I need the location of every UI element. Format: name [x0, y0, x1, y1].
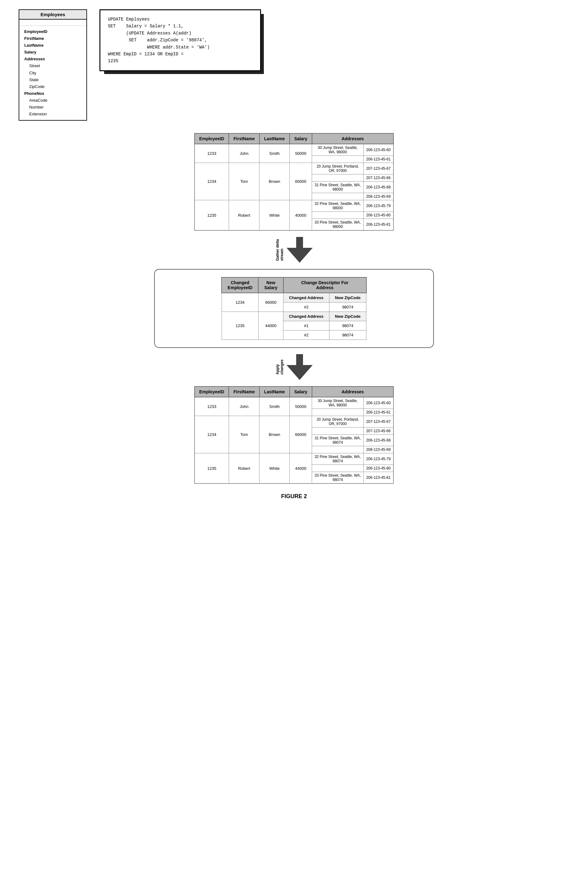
col2-lastname: LastName	[260, 386, 290, 397]
delta-row: 1235 44000 Changed Address New ZipCode	[222, 312, 366, 321]
figure-caption: FIGURE 2	[19, 493, 569, 500]
cell-salary-1233: 50000	[290, 144, 312, 163]
cell-addr1-1233: 30 Jump Street, Seattle,WA, 98000	[312, 144, 364, 156]
delta-new-zip-header-1235: New ZipCode	[329, 312, 366, 321]
cell-addr3-1234: 31 Pine Street, Seattle, WA,98000	[312, 182, 364, 193]
field-street: Street	[24, 63, 81, 69]
sql-line-7: 1235	[108, 57, 253, 65]
arrow1: Gather deltastream	[19, 237, 569, 263]
col-lastname: LastName	[260, 134, 290, 144]
sql-line-2: SET Salary = Salary * 1.1,	[108, 23, 253, 30]
delta-table: ChangedEmployeeID NewSalary Change Descr…	[221, 277, 366, 340]
cell2-phone1-1233: 206-123-45-60	[364, 397, 393, 409]
cell2-phone3-1235: 206-123-45-81	[364, 472, 393, 484]
field-city: City	[24, 70, 81, 77]
delta-zip2-1235: 98074	[329, 331, 366, 340]
cell-addr3-1235: 33 Pine Street, Seattle, WA,98000	[312, 219, 364, 231]
arrow1-head	[286, 248, 313, 263]
cell-addr1-1235: 32 Pine Street, Seattle, WA,98000	[312, 200, 364, 212]
delta-row: 1234 66000 Changed Address New ZipCode	[222, 293, 366, 302]
delta-changed-addr-header-1234: Changed Address	[284, 293, 329, 302]
col-salary: Salary	[290, 134, 312, 144]
delta-col-salary: NewSalary	[258, 277, 283, 293]
table-row: 1234 Tom Brown 66000 20 Jump Street, Por…	[195, 416, 393, 427]
col2-employeeid: EmployeeID	[195, 386, 229, 397]
field-employeeid: EmployeeID	[24, 28, 81, 35]
field-zipcode: ZipCode	[24, 83, 81, 90]
delta-salary-1234: 66000	[258, 293, 283, 312]
delta-col-id: ChangedEmployeeID	[222, 277, 258, 293]
cell-salary-1235: 40000	[290, 200, 312, 231]
cell2-addr4-1234	[312, 446, 364, 453]
cell-phone1-1235: 206-123-45-79	[364, 200, 393, 212]
cell-first-1233: John	[229, 144, 259, 163]
cell2-addr1-1233: 30 Jump Street, Seattle,WA, 98000	[312, 397, 364, 409]
delta-changed-addr-header-1235: Changed Address	[284, 312, 329, 321]
arrow1-label: Gather deltastream	[275, 239, 284, 261]
cell-first-1235: Robert	[229, 200, 259, 231]
schema-fields: EmployeeID FirstName LastName Salary Add…	[19, 26, 86, 120]
cell2-addr1-1234: 20 Jump Street, Portland,OR, 97000	[312, 416, 364, 427]
arrow2-shape	[286, 354, 313, 380]
field-lastname: LastName	[24, 42, 81, 49]
table-row: 1235 Robert White 44000 32 Pine Street, …	[195, 453, 393, 465]
cell2-addr2-1233	[312, 409, 364, 416]
cell2-phone4-1234: 208-123-45-69	[364, 446, 393, 453]
cell-phone1-1234: 207-123-45-67	[364, 163, 393, 174]
delta-outer: ChangedEmployeeID NewSalary Change Descr…	[154, 269, 434, 348]
table-row: 1233 John Smith 50000 30 Jump Street, Se…	[195, 144, 393, 156]
cell2-phone2-1233: 206-123-45-61	[364, 409, 393, 416]
col2-salary: Salary	[290, 386, 312, 397]
field-addresses: Addresses	[24, 56, 81, 63]
cell2-addr1-1235: 32 Pine Street, Seattle, WA,98074	[312, 453, 364, 465]
cell-last-1233: Smith	[260, 144, 290, 163]
cell2-id-1233: 1233	[195, 397, 229, 416]
cell-addr2-1235	[312, 212, 364, 219]
cell2-last-1233: Smith	[260, 397, 290, 416]
cell2-last-1235: White	[260, 453, 290, 484]
delta-col-change: Change Descriptor ForAddress	[284, 277, 366, 293]
delta-addr2-1235: #2	[284, 331, 329, 340]
delta-addr1-1235: #1	[284, 321, 329, 331]
cell2-salary-1234: 66000	[290, 416, 312, 453]
cell2-addr2-1235	[312, 465, 364, 472]
cell2-id-1234: 1234	[195, 416, 229, 453]
delta-salary-1235: 44000	[258, 312, 283, 340]
cell-salary-1234: 60000	[290, 163, 312, 200]
table-row: 1235 Robert White 40000 32 Pine Street, …	[195, 200, 393, 212]
field-extension: Extension	[24, 111, 81, 117]
cell2-phone2-1235: 206-123-45-80	[364, 465, 393, 472]
cell2-salary-1235: 44000	[290, 453, 312, 484]
table1-wrapper: EmployeeID FirstName LastName Salary Add…	[194, 133, 394, 231]
cell-phone2-1234: 207-123-45-66	[364, 174, 393, 182]
cell2-phone3-1234: 206-123-45-68	[364, 435, 393, 446]
field-areacode: AreaCode	[24, 97, 81, 104]
cell2-first-1234: Tom	[229, 416, 259, 453]
cell-phone3-1235: 206-123-45-81	[364, 219, 393, 231]
arrow2: Applychanges	[19, 354, 569, 380]
sql-line-1: UPDATE Employees	[108, 16, 253, 23]
delta-id-1235: 1235	[222, 312, 258, 340]
cell-first-1234: Tom	[229, 163, 259, 200]
delta-zip-1234: 98074	[329, 302, 366, 312]
cell-last-1235: White	[260, 200, 290, 231]
cell-addr2-1234	[312, 174, 364, 182]
sql-line-4: SET addr.ZipCode = '98074',	[108, 37, 253, 44]
cell2-addr2-1234	[312, 427, 364, 435]
field-phonenos: PhoneNos	[24, 90, 81, 97]
field-firstname: FirstName	[24, 35, 81, 42]
sql-box: UPDATE Employees SET Salary = Salary * 1…	[99, 9, 261, 71]
sql-line-5: WHERE addr.State = 'WA')	[108, 44, 253, 51]
cell2-id-1235: 1235	[195, 453, 229, 484]
delta-id-1234: 1234	[222, 293, 258, 312]
cell-id-1235: 1235	[195, 200, 229, 231]
cell2-salary-1233: 50000	[290, 397, 312, 416]
arrow2-stem	[296, 354, 303, 365]
col2-firstname: FirstName	[229, 386, 259, 397]
table-row: 1234 Tom Brown 60000 20 Jump Street, Por…	[195, 163, 393, 174]
cell-last-1234: Brown	[260, 163, 290, 200]
delta-zip1-1235: 98074	[329, 321, 366, 331]
col-firstname: FirstName	[229, 134, 259, 144]
delta-new-zip-header-1234: New ZipCode	[329, 293, 366, 302]
field-salary: Salary	[24, 49, 81, 56]
